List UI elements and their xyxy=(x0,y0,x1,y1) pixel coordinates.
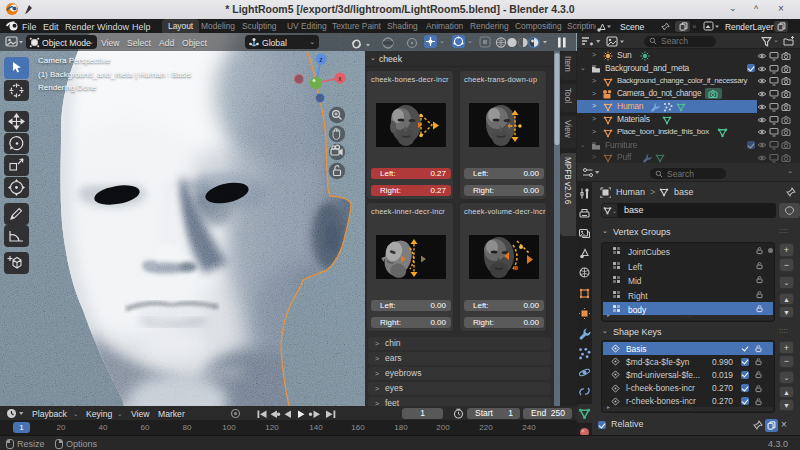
svg-text:x: x xyxy=(338,75,342,82)
svg-text:z: z xyxy=(319,56,323,63)
